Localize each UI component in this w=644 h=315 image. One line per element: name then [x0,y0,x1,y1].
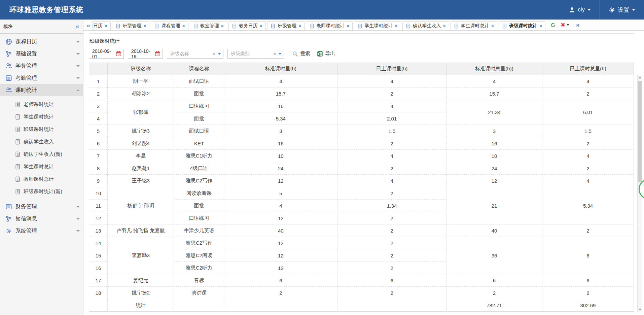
clear-icon[interactable]: × [213,51,216,57]
tab-calendar-partial[interactable]: 日历 × [92,21,111,30]
sidebar-item-course-calendar[interactable]: 课程日历 [0,36,83,48]
tab-student-hours[interactable]: 学生课时统计 × [354,21,401,30]
tabs-scroll-right-button[interactable]: » [574,22,581,29]
tab-label: 班级管理 [278,23,296,29]
table-row: 6 刘昱彤4 KET 16 2 16 2 [89,137,634,150]
tab-classroom-mgmt[interactable]: 教室管理 × [190,21,227,30]
cell-course: 面批 [174,200,224,212]
table-row: 8 赵美凝1 4级口语 24 2 24 2 [89,162,634,175]
sidebar-subitem-teacher-hours-total[interactable]: 教师课时总计 [0,173,83,185]
scrollbar-thumb[interactable] [638,81,642,182]
sidebar-subitem-class-hours[interactable]: 班级课时统计 [0,123,83,136]
sidebar-subitem-confirm-income-new[interactable]: 确认学生收入(新) [0,148,83,161]
sidebar-item-system[interactable]: 系统管理 [0,225,83,237]
sidebar-item-hours-statistics[interactable]: 课时统计 [0,84,83,96]
sidebar-item-finance[interactable]: 财务管理 [0,201,83,213]
document-icon [232,24,237,29]
date-to-input[interactable]: 2018-10-19 17 [128,49,163,59]
class-hours-panel: 班级课时统计 2018-09-01 17 2018-10-19 17 班级名称 … [89,33,634,315]
app-window: 环球雅思教务管理系统 cly 设置 模块 « [0,0,644,315]
sidebar-subitem-student-hours[interactable]: 学生课时统计 [0,111,83,123]
export-button[interactable]: 导出 [316,50,336,57]
cell-std-hours: 12 [224,262,337,274]
tab-class-type-mgmt[interactable]: 班型管理 × [112,21,149,30]
class-type-combobox[interactable]: 班级类别 × [227,49,284,59]
refresh-icon[interactable] [550,22,556,28]
cell-done-total: 2 [542,162,634,175]
tab-academic-calendar[interactable]: 教务日历 × [228,21,266,30]
sidebar-item-label: 基础设置 [15,50,37,58]
sidebar-subitem-student-hours-total[interactable]: 学生课时总计 [0,161,83,173]
sidebar-item-attendance[interactable]: 考勤管理 [0,72,83,84]
document-icon [15,164,21,170]
search-button[interactable]: 搜索 [291,50,312,57]
sidebar-subitem-class-hours-new[interactable]: 班级课时统计(新) [0,185,83,198]
close-icon[interactable]: × [347,24,349,28]
calendar-icon[interactable]: 17 [116,51,121,57]
close-icon[interactable]: × [182,24,185,28]
user-menu[interactable]: cly [560,0,600,20]
cell-class-name: 李嘉晔3 [108,237,174,274]
cell-std-hours: 4 [224,75,337,88]
chevron-down-icon[interactable] [278,53,282,55]
chevron-down-icon[interactable] [218,53,221,55]
tab-class-mgmt[interactable]: 班级管理 × [267,21,305,30]
date-to-value: 2018-10-19 [131,48,153,59]
sidebar-item-sms[interactable]: 短信消息 [0,213,83,225]
subitem-label: 班级课时统计 [24,126,54,133]
chevron-down-icon [76,218,80,220]
cell-std-total: 36 [446,237,542,274]
search-label: 搜索 [300,50,310,57]
cell-class-name: 杨舒宁 邵玥 [108,187,174,224]
subitem-label: 老师课时统计 [24,101,54,108]
close-icon[interactable]: × [143,24,146,28]
close-icon[interactable]: × [395,24,397,28]
cell-num: 12 [89,212,108,224]
header-std-hours: 标准课时量(h) [224,63,337,75]
sidebar-subitem-teacher-hours[interactable]: 老师课时统计 [0,98,83,111]
cell-std-hours: 5 [224,187,337,200]
sidebar-subitem-confirm-income[interactable]: 确认学生收入 [0,136,83,148]
close-icon[interactable]: × [443,24,446,28]
close-all-tabs-button[interactable]: ✖ [561,22,569,28]
tab-course-mgmt[interactable]: 课程管理 × [151,21,188,30]
scroll-up-arrow[interactable] [638,75,642,80]
sidebar-collapse-button[interactable]: « [76,23,79,30]
cell-done-hours: 2 [337,88,446,100]
close-icon[interactable]: × [105,24,107,28]
cell-class-name: 姚宇扬2 [108,287,174,299]
close-icon[interactable]: × [260,24,262,28]
sidebar-item-label: 课时统计 [15,87,37,94]
tab-confirm-income[interactable]: 确认学生收入 × [402,21,449,30]
scroll-down-arrow[interactable] [638,307,642,312]
tab-label: 课程管理 [161,23,180,29]
tab-label: 学生课时总计 [461,23,489,29]
header-row-number [89,63,108,75]
close-icon[interactable]: × [539,24,542,28]
date-from-input[interactable]: 2018-09-01 17 [89,49,124,59]
tab-teacher-hours[interactable]: 老师课时统计 × [306,21,353,30]
tab-label: 教务日历 [239,23,258,29]
excel-icon [317,51,323,57]
close-icon[interactable]: × [298,24,301,28]
chevron-down-icon [587,9,591,11]
tabs-scroll-left-button[interactable]: « [85,22,92,30]
sidebar-item-basic-settings[interactable]: 基础设置 [0,48,83,60]
close-icon[interactable]: × [491,24,494,28]
cell-done-total: 2 [542,287,634,299]
sidebar-item-student-affairs[interactable]: 学务管理 [0,60,83,72]
cell-done-hours: 2 [337,162,446,175]
cell-course: 雅思C1听力 [174,150,224,162]
cell-std-hours: 40 [224,224,337,237]
document-icon [115,24,120,29]
calendar-icon[interactable]: 17 [155,51,160,57]
class-name-combobox[interactable]: 班级名称 × [167,49,223,59]
tab-class-hours-active[interactable]: 班级课时统计 × [499,21,545,30]
settings-menu[interactable]: 设置 [600,0,644,20]
cell-num: 16 [89,262,108,274]
svg-text:17: 17 [156,54,158,56]
clear-icon[interactable]: × [273,51,276,57]
tab-student-hours-total[interactable]: 学生课时总计 × [451,21,497,30]
tab-label: 教室管理 [200,23,219,29]
close-icon[interactable]: × [221,24,224,28]
